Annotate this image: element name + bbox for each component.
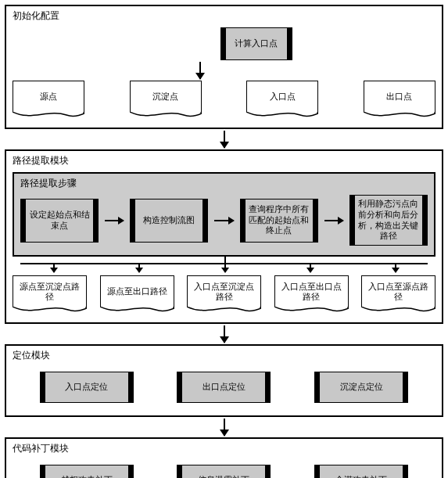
- locate-section: 定位模块 入口点定位 出口点定位 沉淀点定位: [5, 344, 443, 417]
- path-doc-2: 源点至出口路径: [100, 275, 174, 314]
- fanout-line: [20, 263, 428, 271]
- locate-title: 定位模块: [13, 349, 435, 362]
- doc-entry: 入口点: [246, 81, 318, 120]
- arrow-icon: [324, 220, 343, 221]
- init-section: 初始化配置 计算入口点 源点 沉淀点 入口点 出口点: [5, 5, 443, 129]
- doc-exit: 出口点: [364, 81, 435, 120]
- step-1: 设定起始点和结束点: [20, 199, 99, 243]
- locate-entry: 入口点定位: [40, 372, 134, 403]
- patch-leak: 信息泄露补丁: [177, 465, 271, 478]
- doc-source: 源点: [13, 81, 84, 120]
- step-3: 查询程序中所有匹配的起始点和终止点: [240, 199, 318, 243]
- extract-section: 路径提取模块 路径提取步骤 设定起始点和结束点 构造控制流图 查询程序中所有匹配…: [5, 149, 443, 324]
- extract-outputs-row: 源点至沉淀点路径 源点至出口路径 入口点至沉淀点路径 入口点至出口点路径 入口点…: [13, 275, 435, 314]
- locate-exit: 出口点定位: [177, 372, 271, 403]
- extract-title: 路径提取模块: [13, 154, 435, 167]
- doc-sink: 沉淀点: [130, 81, 202, 120]
- extract-steps-title: 路径提取步骤: [20, 177, 428, 190]
- arrow-icon: [214, 220, 233, 221]
- patch-priv: 越权攻击补丁: [40, 465, 134, 478]
- step-2: 构造控制流图: [130, 199, 208, 243]
- init-docs-row: 源点 沉淀点 入口点 出口点: [13, 81, 435, 120]
- arrow-icon: [224, 325, 225, 343]
- arrow-icon: [224, 131, 225, 148]
- compute-entry-proc: 计算入口点: [220, 27, 292, 60]
- extract-steps-box: 路径提取步骤 设定起始点和结束点 构造控制流图 查询程序中所有匹配的起始点和终止…: [13, 172, 435, 257]
- init-title: 初始化配置: [13, 9, 435, 23]
- patch-title: 代码补丁模块: [13, 442, 435, 455]
- arrow-icon: [105, 220, 124, 221]
- patch-collusion: 合谋攻击补丁: [314, 465, 408, 478]
- step-4: 利用静态污点向前分析和向后分析，构造出关键路径: [349, 195, 428, 246]
- patch-section: 代码补丁模块 越权攻击补丁 信息泄露补丁 合谋攻击补丁: [5, 437, 443, 478]
- compute-entry-label: 计算入口点: [235, 38, 278, 49]
- locate-sink: 沉淀点定位: [314, 372, 408, 403]
- arrow-icon: [224, 419, 225, 436]
- arrow-icon: [199, 62, 201, 79]
- path-doc-4: 入口点至出口点路径: [274, 275, 349, 314]
- path-doc-1: 源点至沉淀点路径: [13, 275, 87, 314]
- extract-steps-row: 设定起始点和结束点 构造控制流图 查询程序中所有匹配的起始点和终止点 利用静态污…: [20, 195, 428, 246]
- path-doc-3: 入口点至沉淀点路径: [187, 275, 261, 314]
- path-doc-5: 入口点至源点路径: [361, 275, 435, 314]
